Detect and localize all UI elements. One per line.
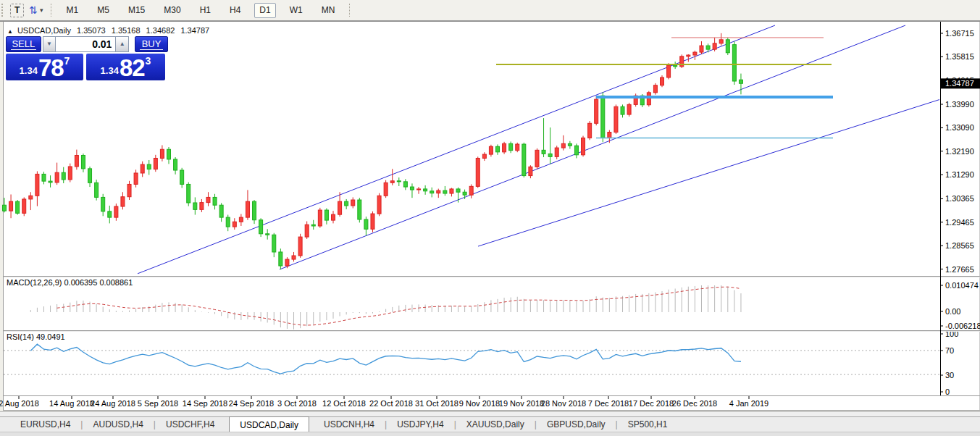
svg-text:19 Nov 2018: 19 Nov 2018 (499, 399, 544, 408)
svg-text:1.36715: 1.36715 (945, 29, 974, 38)
timeframe-h1-button[interactable]: H1 (195, 3, 216, 18)
svg-text:12 Oct 2018: 12 Oct 2018 (322, 399, 366, 408)
tab-gbpusd-daily[interactable]: GBPUSD,Daily (537, 417, 616, 432)
buy-button[interactable]: BUY (135, 36, 168, 52)
svg-text:4 Jan 2019: 4 Jan 2019 (729, 399, 768, 408)
collapse-triangle-icon[interactable]: ▲ (7, 28, 13, 35)
svg-text:1.35815: 1.35815 (945, 52, 974, 61)
toolbar-separator (51, 4, 52, 17)
svg-text:2 Aug 2018: 2 Aug 2018 (0, 399, 39, 408)
chart-tabs: EURUSD,H4|AUDUSD,H4|USDCHF,H4USDCAD,Dail… (0, 416, 980, 432)
sell-price-big: 78 (38, 58, 64, 78)
svg-text:3 Oct 2018: 3 Oct 2018 (277, 399, 317, 408)
timeframe-d1-button[interactable]: D1 (254, 3, 275, 18)
tab-usdcnh-h4[interactable]: USDCNH,H4 (314, 417, 385, 432)
buy-price-prefix: 1.34 (101, 65, 119, 76)
macd-header: MACD(12,26,9) 0.006395 0.008861 (7, 278, 133, 287)
svg-text:24 Sep 2018: 24 Sep 2018 (229, 399, 274, 408)
svg-text:1.30365: 1.30365 (945, 194, 974, 203)
svg-text:9 Nov 2018: 9 Nov 2018 (459, 399, 500, 408)
svg-text:70: 70 (945, 346, 954, 355)
svg-text:14 Sep 2018: 14 Sep 2018 (183, 399, 227, 408)
volume-up-button[interactable]: ▲ (115, 36, 129, 52)
svg-text:1.32190: 1.32190 (945, 147, 974, 156)
svg-text:31 Oct 2018: 31 Oct 2018 (415, 399, 458, 408)
quote-close: 1.34787 (180, 26, 209, 35)
svg-text:0: 0 (945, 387, 950, 396)
quote-high: 1.35168 (112, 26, 141, 35)
svg-text:26 Dec 2018: 26 Dec 2018 (672, 399, 717, 408)
volume-input[interactable] (56, 36, 115, 52)
tab-audusd-h4[interactable]: AUDUSD,H4 (83, 417, 153, 432)
sell-button[interactable]: SELL (6, 36, 41, 52)
svg-text:0.010474: 0.010474 (945, 281, 979, 290)
quote-bar: ▲USDCAD,Daily 1.35073 1.35168 1.34682 1.… (7, 26, 209, 35)
tab-sp500-h1[interactable]: SP500,H1 (618, 417, 678, 432)
timeframe-h4-button[interactable]: H4 (225, 3, 246, 18)
svg-text:30: 30 (945, 371, 954, 380)
tab-eurusd-h4[interactable]: EURUSD,H4 (10, 417, 80, 432)
tab-usdchf-h4[interactable]: USDCHF,H4 (156, 417, 225, 432)
volume-down-button[interactable]: ▼ (43, 36, 56, 52)
sell-price-pip: 7 (64, 55, 70, 67)
svg-text:0.00: 0.00 (945, 307, 960, 316)
svg-text:28 Nov 2018: 28 Nov 2018 (541, 399, 586, 408)
svg-text:1.34787: 1.34787 (945, 79, 974, 88)
timeframe-m5-button[interactable]: M5 (92, 3, 114, 18)
timeframe-m30-button[interactable]: M30 (159, 3, 185, 18)
toolbar-separator (349, 4, 351, 17)
toolbar-grip-icon[interactable] (1, 4, 7, 17)
svg-text:1.31290: 1.31290 (945, 170, 974, 179)
cycle-arrows-icon[interactable]: ⇅ (25, 3, 39, 17)
symbol-title: USDCAD,Daily (17, 26, 71, 35)
timeframe-w1-button[interactable]: W1 (285, 3, 308, 18)
quote-low: 1.34682 (146, 26, 175, 35)
svg-text:1.28565: 1.28565 (945, 241, 974, 250)
svg-text:1.29465: 1.29465 (945, 218, 974, 227)
timeframe-m1-button[interactable]: M1 (62, 3, 84, 18)
sell-price-prefix: 1.34 (20, 65, 38, 76)
timeframe-group: M1M5M15M30H1H4D1W1MN (57, 3, 345, 18)
rsi-header: RSI(14) 49.0491 (7, 332, 65, 341)
buy-price-big: 82 (120, 58, 145, 78)
window-bottom-edge (0, 432, 980, 436)
svg-text:5 Sep 2018: 5 Sep 2018 (138, 399, 178, 408)
svg-text:22 Oct 2018: 22 Oct 2018 (369, 399, 413, 408)
buy-price-pip: 3 (146, 55, 151, 67)
buy-price-display[interactable]: 1.34 82 3 (86, 54, 165, 80)
quote-open: 1.35073 (77, 26, 106, 35)
svg-text:17 Dec 2018: 17 Dec 2018 (629, 399, 674, 408)
timeframe-mn-button[interactable]: MN (317, 3, 340, 18)
svg-text:7 Dec 2018: 7 Dec 2018 (588, 399, 629, 408)
timeframe-m15-button[interactable]: M15 (123, 3, 150, 18)
tab-xauusd-daily[interactable]: XAUUSD,Daily (456, 417, 535, 432)
tab-usdjpy-h4[interactable]: USDJPY,H4 (387, 417, 453, 432)
svg-text:1.33090: 1.33090 (945, 123, 974, 132)
svg-text:14 Aug 2018: 14 Aug 2018 (49, 399, 94, 408)
one-click-trade-panel: SELL ▼ ▲ BUY 1.34 78 7 1.34 82 3 (6, 36, 168, 80)
sell-price-display[interactable]: 1.34 78 7 (6, 54, 83, 80)
svg-text:24 Aug 2018: 24 Aug 2018 (91, 399, 135, 408)
tab-usdcad-daily[interactable]: USDCAD,Daily (229, 416, 309, 432)
svg-text:1.27665: 1.27665 (945, 265, 974, 274)
svg-text:1.33990: 1.33990 (945, 100, 974, 109)
text-tool-button[interactable]: T (10, 4, 24, 17)
top-toolbar: T ⇅ ▾ M1M5M15M30H1H4D1W1MN (0, 0, 980, 21)
dropdown-caret-icon[interactable]: ▾ (40, 7, 43, 14)
